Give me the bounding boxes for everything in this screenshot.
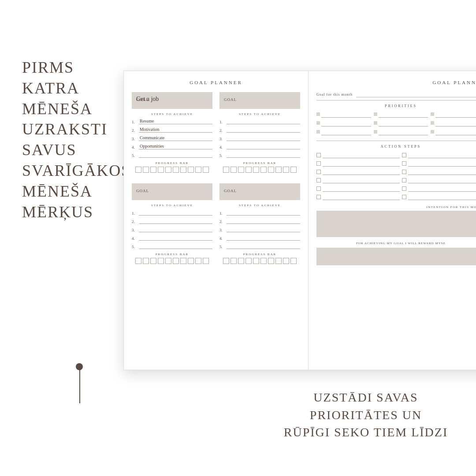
action-8 — [402, 177, 476, 183]
priorities-title: PRIORITIES — [316, 104, 476, 108]
goal-1-steps-label: STEPS TO ACHIEVE — [132, 112, 212, 116]
action-6 — [402, 169, 476, 175]
goal-2-progress-label: PROGRESS BAR — [219, 161, 300, 165]
action-9 — [316, 186, 400, 192]
goal-month-line — [356, 91, 476, 97]
progress-box — [158, 167, 164, 173]
step-1-2: 2. Motivation — [132, 126, 212, 133]
progress-box — [165, 167, 171, 173]
intention-label: INTENTION FOR THIS MONTH — [316, 205, 476, 209]
priority-2 — [374, 112, 428, 118]
step-1-1: 1. Resume — [132, 118, 212, 124]
action-10 — [402, 186, 476, 192]
action-3 — [316, 160, 400, 167]
step-1-5: 5. — [132, 152, 212, 158]
page: PIRMS KATRA MĒNEŠA UZRAKSTI SAVUS SVARĪG… — [0, 0, 476, 476]
action-11 — [316, 194, 400, 200]
goal-2: Goal STEPS TO ACHIEVE 1. 2. 3. 4. 5. PRO… — [219, 92, 300, 173]
goal-1-handwriting: Get a job — [136, 96, 210, 103]
goal-1: Goal Get a job STEPS TO ACHIEVE 1. Resum… — [132, 92, 212, 173]
priority-3 — [431, 112, 476, 118]
goal-4-progress: PROGRESS BAR — [219, 253, 300, 264]
progress-box — [143, 167, 149, 173]
progress-box — [203, 167, 209, 173]
step-1-3: 3. Communicate — [132, 135, 212, 141]
action-2 — [402, 152, 476, 158]
action-1 — [316, 152, 400, 158]
bottom-annotation: UZSTĀDI SAVAS PRIORITĀTES UN RŪPĪGI SEKO… — [282, 389, 450, 441]
right-planner-title: GOAL PLANNER — [316, 80, 476, 85]
progress-box — [195, 167, 201, 173]
goal-4-label: Goal — [224, 189, 237, 193]
description-text: PIRMS KATRA MĒNEŠA UZRAKSTI SAVUS SVARĪG… — [22, 57, 115, 222]
goals-grid-top: Goal Get a job STEPS TO ACHIEVE 1. Resum… — [132, 92, 300, 176]
planners-container: GOAL PLANNER Goal Get a job STEPS TO ACH… — [123, 71, 476, 370]
goal-month-label: Goal for this month — [316, 93, 353, 97]
action-7 — [316, 177, 400, 183]
divider-1 — [316, 100, 476, 100]
priority-4 — [316, 120, 371, 126]
progress-box — [188, 167, 194, 173]
annotation-line-bottom — [79, 368, 80, 403]
left-planner-page: GOAL PLANNER Goal Get a job STEPS TO ACH… — [123, 71, 309, 370]
step-1-4: 4. Opportunities — [132, 143, 212, 149]
progress-box — [135, 167, 141, 173]
goal-4-progress-label: PROGRESS BAR — [219, 253, 300, 256]
priority-5 — [374, 120, 428, 126]
priority-6 — [431, 120, 476, 126]
priority-9 — [431, 129, 476, 135]
goal-2-progress-boxes — [219, 167, 300, 173]
action-5 — [316, 169, 400, 175]
step-2-2: 2. — [219, 126, 300, 133]
goal-3-progress: PROGRESS BAR — [132, 253, 212, 264]
goal-4-box: Goal — [219, 183, 300, 200]
goal-3-steps-label: STEPS TO ACHIEVE — [132, 204, 212, 207]
progress-box — [173, 167, 179, 173]
right-planner-page: GOAL PLANNER Goal for this month s PRIOR… — [309, 71, 476, 370]
action-12 — [402, 194, 476, 200]
reward-box — [316, 248, 476, 265]
reward-label: FOR ACHIEVING MY GOAL I WILL REWARD MYSE — [316, 242, 476, 245]
goal-1-progress: PROGRESS BAR — [132, 161, 212, 173]
action-steps-title: ACTION STEPS — [316, 145, 476, 149]
progress-box — [150, 167, 156, 173]
divider-2 — [316, 141, 476, 141]
goal-2-box: Goal — [219, 92, 300, 109]
intention-box — [316, 211, 476, 237]
bottom-annotation-text: UZSTĀDI SAVAS PRIORITĀTES UN RŪPĪGI SEKO… — [282, 389, 450, 441]
goal-4: Goal STEPS TO ACHIEVE 1. 2. 3. 4. 5. PRO… — [219, 183, 300, 264]
goal-3-progress-label: PROGRESS BAR — [132, 253, 212, 256]
left-description: PIRMS KATRA MĒNEŠA UZRAKSTI SAVUS SVARĪG… — [22, 57, 115, 222]
goal-month-row: Goal for this month s — [316, 91, 476, 97]
action-steps-grid — [316, 152, 476, 200]
goal-3-box: Goal — [132, 183, 212, 200]
step-2-3: 3. — [219, 135, 300, 141]
action-4 — [402, 160, 476, 167]
goal-3-label: Goal — [136, 189, 149, 193]
priority-8 — [374, 129, 428, 135]
goal-4-steps-label: STEPS TO ACHIEVE — [219, 204, 300, 207]
step-2-1: 1. — [219, 118, 300, 124]
priorities-grid — [316, 112, 476, 135]
priority-1 — [316, 112, 371, 118]
goal-2-progress: PROGRESS BAR — [219, 161, 300, 173]
goal-3: Goal STEPS TO ACHIEVE 1. 2. 3. 4. 5. PRO… — [132, 183, 212, 264]
step-2-5: 5. — [219, 152, 300, 158]
goal-1-progress-boxes — [132, 167, 212, 173]
goal-2-label: Goal — [224, 97, 237, 102]
goal-1-progress-label: PROGRESS BAR — [132, 161, 212, 165]
left-planner-title: GOAL PLANNER — [132, 80, 300, 85]
progress-box — [180, 167, 186, 173]
goals-grid-bottom: Goal STEPS TO ACHIEVE 1. 2. 3. 4. 5. PRO… — [132, 183, 300, 268]
goal-1-box: Goal Get a job — [132, 92, 212, 109]
goal-2-steps-label: STEPS TO ACHIEVE — [219, 112, 300, 116]
priority-7 — [316, 129, 371, 135]
step-2-4: 4. — [219, 143, 300, 149]
